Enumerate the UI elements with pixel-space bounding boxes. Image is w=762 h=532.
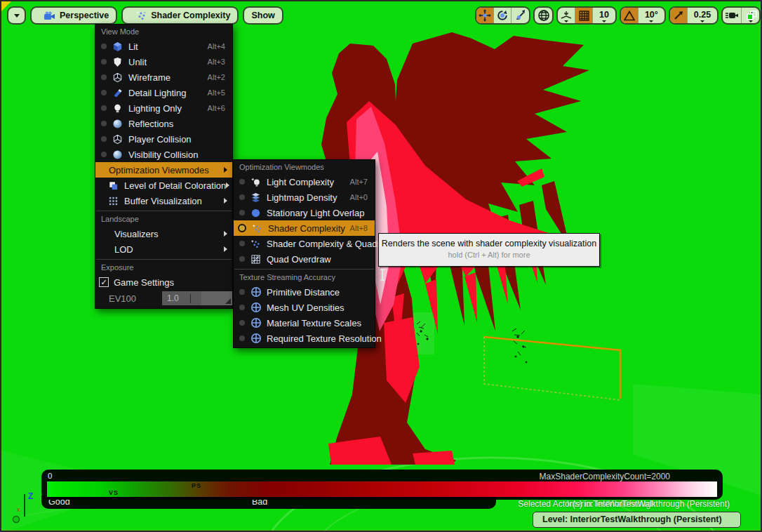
cross-circle-icon: [250, 302, 262, 313]
flashlight-icon: [112, 87, 123, 98]
menu-separator: [96, 259, 232, 260]
menu-item-ev100: EV100 1.0: [95, 290, 232, 307]
menu-item-lod[interactable]: LOD: [95, 241, 232, 257]
collision-sphere-icon: [112, 149, 123, 160]
complexity-gradient-bar: VS PS: [47, 481, 717, 497]
rotate-icon: [496, 9, 509, 22]
tooltip-hint: hold (Ctrl + Alt) for more: [379, 251, 599, 259]
grid-snap-toggle[interactable]: [575, 8, 593, 23]
radio-icon: [101, 74, 107, 80]
grid-snap-value[interactable]: 10: [593, 8, 615, 23]
submenu-arrow-icon: [224, 167, 227, 173]
radio-icon: [239, 210, 245, 215]
selection-box[interactable]: [484, 337, 620, 400]
ev100-spinbox[interactable]: 1.0: [162, 291, 232, 305]
scale-snap-value[interactable]: 0.25: [688, 8, 717, 23]
menu-item-visibility-collision[interactable]: Visibility Collision: [95, 147, 232, 162]
surface-snap-button[interactable]: [558, 8, 575, 23]
rotation-snap-toggle[interactable]: [621, 8, 639, 23]
rotation-snap-value[interactable]: 10°: [639, 8, 664, 23]
ev100-label: EV100: [109, 293, 136, 304]
radio-icon: [101, 136, 107, 142]
text-cursor: [190, 294, 191, 303]
radio-icon: [101, 44, 107, 49]
menu-item-unlit[interactable]: Unlit Alt+3: [95, 54, 232, 69]
submenu-item-stationary-light-overlap[interactable]: Stationary Light Overlap: [234, 205, 375, 220]
editor-viewport: Z x Perspective Shader Complexity Show: [0, 0, 762, 532]
radio-icon: [239, 289, 245, 295]
level-name-badge[interactable]: Level: InteriorTestWalkthrough (Persiste…: [533, 512, 741, 528]
scale-tool-button[interactable]: [512, 8, 529, 23]
caret-down-icon: [14, 14, 20, 18]
camera-speed-icon: [725, 11, 739, 20]
submenu-item-lightmap-density[interactable]: Lightmap Density Alt+0: [234, 189, 375, 205]
submenu-arrow-icon: [224, 198, 227, 204]
menu-item-buffer-visualization[interactable]: Buffer Visualization: [95, 193, 232, 208]
radio-icon: [239, 335, 245, 341]
menu-item-visualizers[interactable]: Visualizers: [95, 226, 232, 241]
radio-icon: [101, 152, 107, 157]
submenu-item-light-complexity[interactable]: Light Complexity Alt+7: [234, 174, 375, 189]
shader-complexity-icon: [135, 10, 147, 21]
landscape-section-header: Landscape: [95, 213, 232, 226]
angle-snap-icon: [624, 11, 635, 21]
menu-item-optimization-viewmodes[interactable]: Optimization Viewmodes: [95, 162, 232, 178]
menu-item-lighting-only[interactable]: Lighting Only Alt+6: [95, 100, 232, 116]
shader-complexity-tooltip: Renders the scene with shader complexity…: [378, 233, 600, 267]
world-coordinate-button[interactable]: [535, 8, 552, 23]
menu-item-wireframe[interactable]: Wireframe Alt+2: [95, 69, 232, 85]
submenu-item-shader-complexity-quads[interactable]: Shader Complexity & Quads: [234, 236, 375, 251]
radio-icon: [101, 59, 107, 65]
submenu-item-quad-overdraw[interactable]: Quad Overdraw: [234, 251, 375, 267]
scale-snap-group: 0.25: [669, 6, 718, 25]
scale-snap-toggle[interactable]: [670, 8, 688, 23]
cross-circle-icon: [250, 333, 262, 344]
view-mode-button[interactable]: Shader Complexity: [121, 6, 239, 25]
menu-item-reflections[interactable]: Reflections: [95, 116, 232, 131]
menu-separator: [96, 211, 232, 211]
menu-item-lod-coloration[interactable]: Level of Detail Coloration: [95, 178, 232, 193]
submenu-item-material-texture-scales[interactable]: Material Texture Scales: [234, 315, 375, 331]
menu-item-detail-lighting[interactable]: Detail Lighting Alt+5: [95, 85, 232, 100]
radio-icon: [239, 194, 245, 200]
restore-viewport-button[interactable]: [747, 11, 757, 20]
legend-max-label: MaxShaderComplexityCount=2000: [540, 472, 670, 481]
radio-icon: [239, 241, 245, 246]
rotate-tool-button[interactable]: [494, 8, 512, 23]
wireframe-cube-icon: [112, 72, 123, 83]
move-tool-button[interactable]: [476, 8, 494, 23]
submenu-arrow-icon: [226, 182, 229, 188]
scale-icon: [514, 9, 527, 22]
camera-speed-button[interactable]: [723, 8, 742, 23]
scale-snap-arrow-icon: [673, 10, 684, 21]
rotation-snap-group: 10°: [620, 6, 666, 25]
submenu-item-mesh-uv-densities[interactable]: Mesh UV Densities: [234, 300, 375, 315]
spinbox-drag-handle-icon[interactable]: [225, 298, 231, 304]
submenu-item-primitive-distance[interactable]: Primitive Distance: [234, 284, 375, 300]
view-mode-menu: View Mode Lit Alt+4 Unlit Alt+3 Wirefram…: [95, 24, 233, 309]
surface-snap-icon: [561, 11, 572, 20]
menu-item-player-collision[interactable]: Player Collision: [95, 131, 232, 147]
radio-icon: [239, 179, 245, 185]
menu-item-lit[interactable]: Lit Alt+4: [95, 39, 232, 54]
radio-icon: [101, 121, 107, 126]
optimization-submenu-header: Optimization Viewmodes: [234, 161, 375, 174]
submenu-item-shader-complexity[interactable]: Shader Complexity Alt+8: [234, 220, 375, 236]
legend-min-value: 0: [48, 472, 52, 480]
radio-icon: [239, 256, 245, 262]
axis-z-label: Z: [28, 491, 33, 501]
menu-item-game-settings[interactable]: ✓ Game Settings: [95, 274, 232, 290]
submenu-item-required-texture-resolution[interactable]: Required Texture Resolution: [234, 331, 375, 346]
lod-layers-icon: [107, 180, 119, 191]
checkbox-checked-icon[interactable]: ✓: [99, 277, 109, 287]
lit-cube-icon: [112, 41, 123, 52]
lightbulb-icon: [112, 102, 123, 114]
axis-x-label: x: [17, 506, 20, 513]
perspective-button[interactable]: Perspective: [30, 6, 117, 25]
submenu-arrow-icon: [224, 231, 227, 237]
lightmap-density-icon: [250, 192, 262, 203]
radio-selected-icon: [238, 224, 246, 232]
quad-overdraw-icon: [250, 253, 262, 265]
show-button[interactable]: Show: [243, 6, 283, 25]
reflection-sphere-icon: [112, 118, 123, 129]
